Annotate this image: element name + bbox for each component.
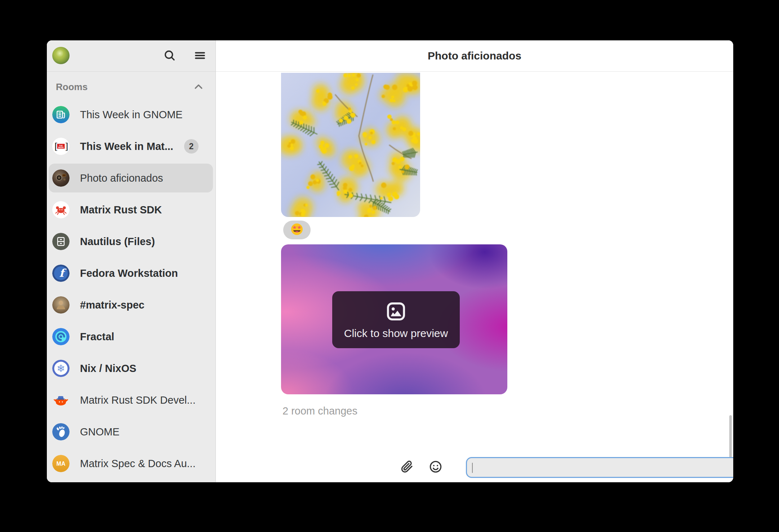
sidebar-item-nautilus-files[interactable]: Nautilus (Files) [49,227,213,256]
sidebar-item-matrix-rust-sdk-devel[interactable]: Matrix Rust SDK Devel... [49,386,213,414]
sidebar-header [47,40,215,72]
person-room-avatar [52,296,70,314]
sidebar-item-matrix-spec[interactable]: #matrix-spec [49,291,213,319]
message-input[interactable] [466,457,733,478]
twig-room-avatar [52,106,70,123]
show-preview-button[interactable]: Click to show preview [332,291,460,348]
room-name: GNOME [80,426,120,438]
svg-text:❄: ❄ [57,363,65,374]
room-name: Fractal [80,331,114,343]
main-menu-button[interactable] [191,48,209,65]
ma-room-avatar: MA [52,455,70,472]
room-name: #matrix-spec [80,299,144,311]
timeline-scrollbar[interactable] [729,415,732,458]
room-name: Fedora Workstation [80,267,178,279]
blurred-media-message: Click to show preview [281,244,507,394]
rooms-section-header[interactable]: Rooms [47,76,215,97]
hamburger-icon [193,49,206,63]
room-name: This Week in Mat... [80,141,173,152]
room-name: Matrix Spec & Docs Au... [80,458,196,470]
account-avatar[interactable] [52,47,70,64]
mimosa-photo [281,73,420,217]
room-name: Nautilus (Files) [80,236,155,248]
chat-pane: Photo aficionados [216,40,733,482]
sidebar-item-nix-nixos[interactable]: ❄ Nix / NixOS [49,354,213,383]
cabinet-room-avatar [52,233,70,250]
sidebar-item-this-week-in-mat[interactable]: []THEWEEK This Week in Mat... 2 [49,132,213,161]
fedora-room-avatar: f [52,265,70,282]
sidebar-item-this-week-in-gnome[interactable]: This Week in GNOME [49,100,213,129]
room-name: Matrix Rust SDK [80,204,162,216]
unread-badge: 2 [184,139,199,154]
rooms-section-label: Rooms [56,81,88,93]
emoji-picker-button[interactable] [427,459,444,476]
room-name: Matrix Rust SDK Devel... [80,394,196,406]
fractal-room-avatar [52,328,70,345]
sidebar-item-fedora-workstation[interactable]: f Fedora Workstation [49,259,213,288]
room-name: Photo aficionados [80,172,163,184]
search-button[interactable] [161,48,178,65]
search-icon [163,49,176,63]
chat-header: Photo aficionados [216,40,733,72]
svg-text:WEEK: WEEK [58,146,64,148]
text-caret [472,463,473,473]
paperclip-icon [400,460,414,475]
image-preview-icon [385,300,407,324]
smiley-icon [429,460,442,475]
nix-room-avatar: ❄ [52,360,70,377]
sidebar-item-matrix-spec-docs-au[interactable]: MA Matrix Spec & Docs Au... [49,449,213,478]
crab-room-avatar [52,201,70,218]
sidebar-item-matrix-rust-sdk[interactable]: Matrix Rust SDK [49,195,213,224]
star-struck-emoji-icon [290,223,303,237]
room-changes-label: 2 room changes [282,405,357,417]
attach-file-button[interactable] [399,459,416,476]
collapse-chevron-icon [193,81,204,94]
image-message-mimosa[interactable] [281,73,420,217]
room-name: Nix / NixOS [80,363,136,374]
ferris-room-avatar [52,391,70,409]
svg-text:MA: MA [57,461,66,467]
gnome-room-avatar [52,423,70,440]
twim-room-avatar: []THEWEEK [52,138,70,155]
show-preview-label: Click to show preview [344,327,448,340]
sidebar-item-photo-aficionados[interactable]: Photo aficionados [49,164,213,192]
sidebar-item-fractal[interactable]: Fractal [49,322,213,351]
sidebar-item-gnome[interactable]: GNOME [49,417,213,446]
svg-text:]: ] [65,141,68,151]
fractal-app-window: Rooms This Week in GNOME []THEWEEK This … [47,40,733,482]
camera-room-avatar [52,169,70,187]
room-name: This Week in GNOME [80,109,183,121]
sidebar: Rooms This Week in GNOME []THEWEEK This … [47,40,216,482]
reaction-pill[interactable] [283,221,311,239]
chat-title: Photo aficionados [216,50,733,62]
